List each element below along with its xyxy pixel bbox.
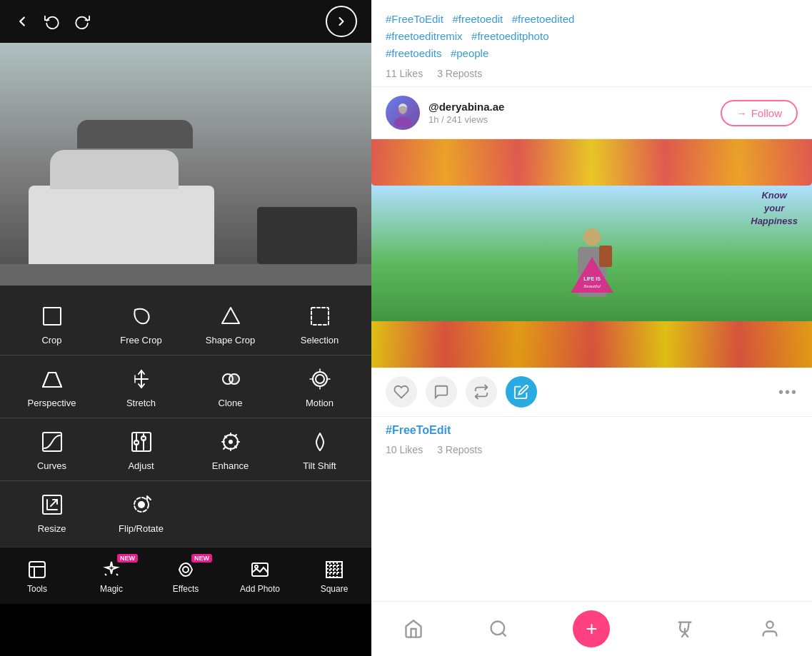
free-crop-label: Free Crop: [120, 335, 162, 345]
tab-tools[interactable]: Tools: [5, 558, 69, 594]
svg-rect-0: [44, 308, 61, 325]
svg-line-4: [43, 373, 49, 387]
svg-point-51: [255, 565, 258, 568]
svg-point-43: [139, 502, 144, 508]
avatar: [386, 96, 420, 130]
tool-flip-rotate[interactable]: Flip/Rotate: [109, 487, 174, 538]
tab-square[interactable]: Square: [302, 558, 366, 594]
shape-crop-icon: [216, 302, 245, 330]
svg-point-15: [229, 374, 239, 384]
home-nav-button[interactable]: [404, 619, 423, 639]
free-crop-icon: [127, 302, 156, 330]
svg-text:Beautiful: Beautiful: [583, 284, 601, 288]
search-nav-button[interactable]: [488, 619, 508, 639]
adjust-label: Adjust: [128, 460, 154, 471]
user-info: @deryabina.ae 1h / 241 views: [428, 101, 712, 125]
tool-motion[interactable]: Motion: [288, 361, 352, 412]
svg-line-66: [502, 632, 506, 636]
undo-button[interactable]: [44, 14, 60, 29]
forward-button[interactable]: [326, 6, 357, 37]
square-tab-label: Square: [321, 584, 349, 594]
tool-crop[interactable]: Crop: [20, 298, 84, 349]
magic-tab-label: Magic: [100, 584, 123, 594]
svg-line-41: [51, 500, 57, 506]
hashtags-text: #FreeToEdit #freetoedit #freetoedited #f…: [386, 11, 798, 62]
svg-line-5: [56, 373, 61, 387]
username: @deryabina.ae: [428, 101, 712, 113]
top-bar: [0, 0, 371, 43]
tool-selection[interactable]: Selection: [288, 298, 352, 349]
user-meta: 1h / 241 views: [428, 114, 712, 125]
magic-new-badge: NEW: [117, 554, 138, 562]
tools-row-4: Resize Flip/Rotate: [0, 481, 371, 543]
svg-point-65: [491, 622, 504, 635]
enhance-label: Enhance: [212, 460, 249, 471]
tool-stretch[interactable]: Stretch: [109, 361, 174, 412]
like-button[interactable]: [386, 376, 417, 408]
enhance-icon: [216, 428, 245, 456]
crop-icon: [38, 302, 66, 330]
stretch-label: Stretch: [126, 398, 156, 408]
top-likes-count: 11 Likes: [386, 68, 423, 79]
tools-menu: Crop Free Crop Shape Crop Selection: [0, 286, 371, 547]
tool-enhance[interactable]: Enhance: [199, 424, 263, 475]
post-image: KnowyourHappiness LIFE IS Beautiful: [371, 139, 812, 368]
svg-line-38: [235, 435, 236, 436]
curves-icon: [38, 428, 66, 456]
post-actions: •••: [371, 368, 812, 417]
tools-row-2: Perspective Stretch Clone Motion: [0, 355, 371, 418]
svg-line-37: [235, 446, 236, 448]
effects-new-badge: NEW: [191, 554, 212, 562]
svg-line-36: [225, 436, 226, 438]
follow-button[interactable]: → Follow: [721, 100, 798, 126]
more-button[interactable]: •••: [778, 384, 798, 400]
right-panel: #FreeToEdit #freetoedit #freetoedited #f…: [371, 0, 812, 656]
comment-button[interactable]: [426, 376, 457, 408]
edit-button[interactable]: [506, 376, 537, 408]
right-bottom-nav: +: [371, 601, 812, 656]
stretch-icon: [127, 365, 156, 393]
back-button[interactable]: [14, 14, 30, 29]
resize-icon: [38, 490, 66, 519]
tool-shape-crop[interactable]: Shape Crop: [199, 298, 263, 349]
svg-line-48: [116, 574, 118, 575]
resize-label: Resize: [38, 523, 66, 534]
add-photo-tab-icon: [249, 558, 271, 581]
trophy-nav-button[interactable]: [675, 619, 695, 639]
profile-nav-button[interactable]: [760, 619, 780, 639]
tool-resize[interactable]: Resize: [20, 487, 84, 538]
clone-label: Clone: [219, 398, 243, 408]
tool-curves[interactable]: Curves: [20, 424, 84, 475]
top-reposts-count: 3 Reposts: [437, 68, 482, 79]
tab-magic[interactable]: NEW Magic: [79, 558, 144, 594]
tool-clone[interactable]: Clone: [199, 361, 263, 412]
motion-label: Motion: [306, 398, 334, 408]
svg-line-39: [224, 448, 225, 449]
perspective-icon: [38, 365, 66, 393]
repost-button[interactable]: [466, 376, 497, 408]
svg-point-60: [394, 117, 411, 127]
avatar-image: [386, 96, 420, 130]
photo-area: [0, 43, 371, 286]
flip-rotate-label: Flip/Rotate: [119, 523, 164, 534]
tool-tilt-shift[interactable]: Tilt Shift: [288, 424, 352, 475]
effects-tab-label: Effects: [173, 584, 199, 594]
svg-point-31: [229, 440, 232, 443]
clone-icon: [216, 365, 245, 393]
post-reposts: 3 Reposts: [437, 444, 482, 455]
svg-text:LIFE IS: LIFE IS: [583, 276, 601, 281]
left-panel: Crop Free Crop Shape Crop Selection: [0, 0, 371, 656]
svg-marker-1: [222, 308, 239, 323]
tool-perspective[interactable]: Perspective: [20, 361, 84, 412]
hashtags-section: #FreeToEdit #freetoedit #freetoedited #f…: [371, 0, 812, 87]
selection-icon: [306, 302, 334, 330]
tab-add-photo[interactable]: Add Photo: [228, 558, 292, 594]
redo-button[interactable]: [74, 14, 90, 29]
tab-effects[interactable]: NEW Effects: [154, 558, 218, 594]
tools-row-1: Crop Free Crop Shape Crop Selection: [0, 293, 371, 355]
tool-adjust[interactable]: Adjust: [109, 424, 174, 475]
add-nav-button[interactable]: +: [573, 610, 610, 647]
post-caption: #FreeToEdit: [371, 417, 812, 440]
tool-free-crop[interactable]: Free Crop: [109, 298, 174, 349]
post-stats: 10 Likes 3 Reposts: [371, 440, 812, 463]
